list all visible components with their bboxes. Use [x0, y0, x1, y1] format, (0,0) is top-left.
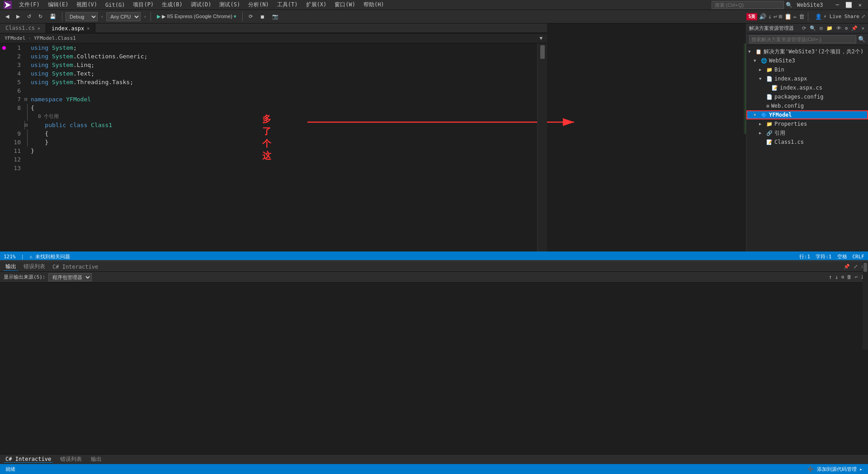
output-source-select[interactable]: 程序包管理器: [48, 273, 92, 281]
save-button[interactable]: 💾: [47, 13, 59, 20]
website3-expand-arrow: ▼: [754, 58, 759, 63]
tree-item-index-aspx-cs[interactable]: 📝 index.aspx.cs: [746, 83, 868, 92]
tree-item-properties[interactable]: ▶ 📁 Properties: [746, 119, 868, 128]
tree-item-yfmodel[interactable]: ▼ 🔷 YFModel: [746, 110, 868, 119]
debug-config-select[interactable]: Debug Release: [66, 12, 98, 21]
menu-project[interactable]: 项目(P): [129, 0, 157, 9]
output-scrollbar-thumb[interactable]: [863, 263, 867, 272]
output-scrollbar[interactable]: [863, 262, 868, 350]
breakpoint-indicator[interactable]: [2, 46, 6, 50]
bottom-tab-output2[interactable]: 输出: [89, 455, 104, 463]
breadcrumb-namespace[interactable]: YFModel: [5, 35, 25, 41]
tree-item-solution[interactable]: ▼ 📋 解决方案'WebSite3'(2个项目，共2个): [746, 47, 868, 56]
tab-class1cs[interactable]: Class1.cs ✕: [0, 23, 46, 33]
bottom-tab-errors[interactable]: 错误列表: [58, 455, 84, 463]
code-editor[interactable]: using System; using System.Collections.G…: [31, 43, 537, 251]
delete-icon[interactable]: 🗑: [799, 13, 805, 20]
copy-icon[interactable]: 📋: [784, 13, 792, 20]
sync-icon[interactable]: ↩: [774, 13, 777, 20]
menu-analyze[interactable]: 分析(N): [245, 0, 273, 9]
global-search-input[interactable]: [712, 1, 784, 9]
line-num-14: 13: [8, 164, 21, 172]
download-icon[interactable]: ↓: [768, 13, 772, 20]
output-tab-errors[interactable]: 错误列表: [22, 263, 47, 270]
menu-edit[interactable]: 编辑(E): [44, 0, 72, 9]
menu-git[interactable]: Git(G): [102, 1, 128, 9]
liveshare-expand-icon[interactable]: ⤢: [861, 14, 865, 19]
tree-item-bin[interactable]: ▶ 📁 Bin: [746, 65, 868, 74]
refresh-button[interactable]: ⟳: [246, 13, 255, 20]
menu-build[interactable]: 生成(B): [158, 0, 186, 9]
se-new-folder-icon[interactable]: 📁: [826, 25, 833, 31]
bottom-tab-csharp[interactable]: C# Interactive: [4, 456, 53, 463]
add-to-source-control[interactable]: ➕ 添加到源代码管理 ▸: [807, 466, 863, 473]
tab-indexaspx-close[interactable]: ✕: [87, 26, 90, 31]
output-next-icon[interactable]: ↓: [835, 274, 839, 280]
se-preview-icon[interactable]: 👁: [836, 25, 841, 31]
se-search-input[interactable]: [749, 35, 856, 43]
resize-handle-vertical[interactable]: [744, 24, 746, 345]
undo-button[interactable]: ↺: [24, 13, 34, 20]
output-prev-icon[interactable]: ↑: [829, 274, 832, 280]
se-settings-icon[interactable]: ⚙: [845, 25, 848, 31]
tree-item-class1cs[interactable]: 📝 Class1.cs: [746, 137, 868, 147]
redo-button[interactable]: ↻: [36, 13, 45, 20]
stop-button[interactable]: ⏹: [257, 13, 268, 20]
menu-help[interactable]: 帮助(H): [360, 0, 388, 9]
output-clear-icon[interactable]: 🗑: [847, 274, 852, 280]
output-pin-icon[interactable]: 📌: [844, 264, 850, 270]
breadcrumb-expand[interactable]: ▼: [539, 35, 542, 41]
layout-icon[interactable]: ⊞: [779, 13, 783, 20]
tree-item-website3[interactable]: ▼ 🌐 WebSite3: [746, 56, 868, 65]
restore-icon[interactable]: ⬜: [845, 2, 852, 8]
liveshare-label[interactable]: ⚡ Live Share: [824, 14, 859, 19]
line-num-13: 12: [8, 155, 21, 164]
tree-item-packages-config[interactable]: 📄 packages.config: [746, 92, 868, 101]
output-word-wrap-icon[interactable]: ↩: [854, 274, 858, 280]
code-line-6: [31, 86, 537, 95]
search-icon[interactable]: 🔍: [786, 2, 793, 8]
back-button[interactable]: ◀: [3, 13, 12, 20]
editor-scrollbar-thumb[interactable]: [540, 45, 545, 59]
menu-view[interactable]: 视图(V): [73, 0, 101, 9]
tree-item-references[interactable]: ▶ 🔗 引用: [746, 128, 868, 137]
menu-extensions[interactable]: 扩展(X): [302, 0, 330, 9]
output-filter-icon[interactable]: ⚙: [841, 274, 844, 280]
menu-file[interactable]: 文件(F): [15, 0, 43, 9]
menu-test[interactable]: 测试(S): [216, 0, 244, 9]
menu-tools[interactable]: 工具(T): [274, 0, 302, 9]
audio-icon[interactable]: 🔊: [759, 13, 766, 20]
line-num-12: 11: [8, 147, 21, 155]
menu-debug[interactable]: 调试(D): [187, 0, 215, 9]
se-close-icon[interactable]: ✕: [861, 25, 864, 31]
menu-window[interactable]: 窗口(W): [331, 0, 359, 9]
minimize-icon[interactable]: ─: [836, 2, 839, 8]
output-tab-csharp[interactable]: C# Interactive: [51, 264, 100, 270]
forward-button[interactable]: ▶: [14, 13, 23, 20]
col-7-collapse[interactable]: ⊟: [24, 95, 31, 104]
close-icon[interactable]: ✕: [859, 2, 862, 8]
se-search-go-icon[interactable]: 🔍: [858, 36, 865, 43]
tab-indexaspx[interactable]: index.aspx ✕: [46, 23, 95, 33]
tree-item-web-config[interactable]: ⚙ Web.config: [746, 101, 868, 110]
platform-select[interactable]: Any CPU: [106, 12, 141, 21]
se-search-icon[interactable]: 🔍: [810, 25, 816, 31]
tab-class1cs-label: Class1.cs: [5, 25, 35, 31]
run-button[interactable]: ▶ ▶ IIS Express (Google Chrome) ▾: [154, 13, 239, 20]
se-collapse-all-icon[interactable]: ⊟: [820, 25, 823, 31]
line-num-3: 3: [8, 61, 21, 69]
yfmodel-expand-arrow: ▼: [754, 113, 759, 117]
output-tab-output[interactable]: 输出: [4, 263, 18, 271]
col-9-collapse[interactable]: ⊟: [24, 121, 31, 129]
resize-handle-horizontal[interactable]: [0, 260, 868, 262]
breadcrumb-class[interactable]: YFModel.Class1: [34, 35, 76, 41]
output-float-icon[interactable]: ⤢: [854, 264, 858, 270]
tab-class1cs-close[interactable]: ✕: [38, 26, 40, 31]
se-pin-icon[interactable]: 📌: [851, 25, 858, 31]
screenshot-button[interactable]: 📷: [269, 13, 281, 20]
output-tabs: 输出 错误列表 C# Interactive 📌 ⤢ ✕: [0, 262, 868, 272]
edit-icon[interactable]: ✏: [793, 13, 797, 20]
tree-item-index-aspx[interactable]: ▼ 📄 index.aspx: [746, 74, 868, 83]
se-sync-icon[interactable]: ⟳: [802, 25, 806, 31]
zoom-level[interactable]: 121%: [4, 254, 16, 260]
